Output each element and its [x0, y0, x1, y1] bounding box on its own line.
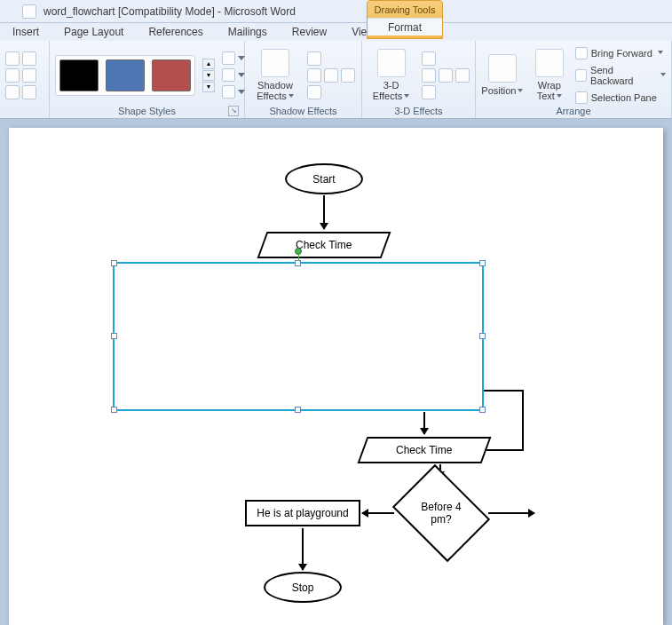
- flow-arrow[interactable]: [362, 512, 394, 514]
- tab-review[interactable]: Review: [280, 26, 339, 41]
- tilt-right-icon[interactable]: [455, 68, 470, 83]
- flow-process-playground[interactable]: He is at playground: [245, 500, 360, 526]
- resize-handle-bl[interactable]: [111, 407, 117, 413]
- flow-connector[interactable]: [522, 390, 524, 450]
- flow-arrow[interactable]: [323, 195, 325, 229]
- resize-handle-tm[interactable]: [295, 260, 301, 266]
- nudge-shadow-up-icon[interactable]: [307, 51, 321, 66]
- gallery-more-icon[interactable]: ▾: [202, 82, 215, 92]
- nudge-shadow-left-icon[interactable]: [307, 68, 321, 83]
- chevron-down-icon: [518, 89, 523, 94]
- group-insert-shapes: [0, 41, 50, 118]
- selected-text-box[interactable]: [113, 262, 484, 411]
- resize-handle-tl[interactable]: [111, 260, 117, 266]
- style-black-swatch[interactable]: [59, 59, 99, 91]
- flow-stop-label: Stop: [292, 581, 314, 594]
- flow-terminator-stop[interactable]: Stop: [264, 572, 342, 603]
- selection-pane-button[interactable]: Selection Pane: [575, 91, 666, 104]
- selection-pane-label: Selection Pane: [591, 92, 657, 103]
- position-label: Position: [481, 85, 516, 96]
- document-area: Start Check Time Check Time: [0, 119, 672, 625]
- group-label-arrange: Arrange: [481, 106, 666, 118]
- bring-forward-label: Bring Forward: [591, 48, 652, 59]
- text-box-icon[interactable]: [22, 68, 36, 83]
- flow-arrow[interactable]: [488, 512, 534, 514]
- tilt-left-icon[interactable]: [422, 68, 436, 83]
- tilt-up-icon[interactable]: [422, 51, 436, 66]
- resize-handle-tr[interactable]: [479, 260, 486, 266]
- send-backward-icon: [575, 69, 587, 82]
- style-blue-swatch[interactable]: [106, 59, 145, 91]
- shadow-effects-button[interactable]: ShadowEffects: [250, 47, 300, 104]
- gallery-down-icon[interactable]: ▾: [202, 70, 215, 81]
- three-d-toggle-icon[interactable]: [439, 68, 453, 83]
- gallery-scroll[interactable]: ▴ ▾ ▾: [202, 59, 215, 92]
- flow-io-check-time-2[interactable]: Check Time: [358, 437, 492, 463]
- group-shadow-effects: ShadowEffects Shadow Effects: [245, 41, 362, 118]
- group-label-shape-styles: Shape Styles: [118, 106, 176, 116]
- tilt-down-icon[interactable]: [422, 85, 436, 99]
- shape-row3-icon[interactable]: [5, 85, 20, 99]
- gallery-up-icon[interactable]: ▴: [202, 59, 215, 69]
- contextual-title: Drawing Tools: [368, 4, 442, 15]
- flow-arrow[interactable]: [423, 412, 425, 434]
- resize-handle-mr[interactable]: [479, 333, 486, 339]
- shadow-icon: [261, 49, 289, 77]
- nudge-shadow-down-icon[interactable]: [307, 85, 321, 99]
- flow-io-check-time-1[interactable]: Check Time: [257, 232, 391, 258]
- chevron-down-icon: [238, 73, 245, 78]
- dialog-launcher-icon[interactable]: ↘: [228, 106, 239, 116]
- ribbon: ▴ ▾ ▾ Shape Styles ↘: [0, 41, 672, 119]
- send-backward-label: Send Backward: [590, 65, 655, 86]
- flow-start-label: Start: [312, 173, 335, 186]
- wrap-text-button[interactable]: WrapText: [531, 47, 568, 104]
- rotation-handle-icon[interactable]: [295, 248, 302, 255]
- shape-fill-button[interactable]: [222, 51, 245, 65]
- group-label-3d: 3-D Effects: [368, 106, 470, 118]
- tab-page-layout[interactable]: Page Layout: [51, 26, 136, 41]
- change-shape-button[interactable]: [222, 85, 245, 99]
- nudge-shadow-right-icon[interactable]: [341, 68, 355, 83]
- position-button[interactable]: Position: [481, 47, 524, 104]
- edit-shape-icon[interactable]: [22, 51, 36, 66]
- style-red-swatch[interactable]: [152, 59, 191, 91]
- shape-gallery-icon[interactable]: [5, 51, 20, 66]
- tab-format[interactable]: Format: [368, 18, 442, 36]
- flow-io1-label: Check Time: [296, 239, 352, 251]
- flow-decision-label: Before 4 pm?: [410, 501, 472, 526]
- tab-mailings[interactable]: Mailings: [216, 26, 280, 41]
- group-label-shadow: Shadow Effects: [250, 106, 356, 118]
- group-3d-effects: 3-DEffects 3-D Effects: [362, 41, 476, 118]
- bring-forward-button[interactable]: Bring Forward: [575, 47, 666, 59]
- shape-outline-button[interactable]: [222, 68, 245, 82]
- flow-arrow[interactable]: [302, 528, 304, 570]
- flow-decision-label-wrap: Before 4 pm?: [402, 483, 480, 543]
- shape-row3b-icon[interactable]: [22, 85, 36, 99]
- group-arrange: Position WrapText Bring Forward Send Bac…: [476, 41, 672, 118]
- change-shape-icon: [222, 85, 235, 99]
- send-backward-button[interactable]: Send Backward: [575, 65, 666, 86]
- resize-handle-br[interactable]: [479, 407, 486, 413]
- tab-insert[interactable]: Insert: [0, 26, 51, 41]
- chevron-down-icon: [404, 94, 409, 99]
- tab-references[interactable]: References: [136, 26, 215, 41]
- chevron-down-icon: [658, 51, 663, 56]
- shape-style-gallery[interactable]: [55, 55, 195, 96]
- chevron-down-icon: [289, 94, 294, 99]
- shape-more-icon[interactable]: [5, 68, 20, 83]
- group-shape-styles: ▴ ▾ ▾ Shape Styles ↘: [50, 41, 245, 118]
- position-icon: [488, 54, 517, 83]
- shadow-toggle-icon[interactable]: [324, 68, 338, 83]
- qat-save-icon[interactable]: [22, 4, 36, 19]
- title-bar: word_flowchart [Compatibility Mode] - Mi…: [0, 0, 672, 23]
- resize-handle-ml[interactable]: [111, 333, 117, 339]
- three-d-effects-button[interactable]: 3-DEffects: [368, 47, 415, 104]
- shape-outline-icon: [222, 68, 235, 82]
- contextual-tab-drawing-tools[interactable]: Drawing Tools Format: [367, 0, 443, 39]
- flow-connector[interactable]: [484, 390, 524, 392]
- chevron-down-icon: [660, 73, 666, 78]
- resize-handle-bm[interactable]: [295, 407, 301, 413]
- three-d-label: 3-DEffects: [373, 80, 402, 101]
- page-canvas[interactable]: Start Check Time Check Time: [9, 128, 663, 625]
- flow-terminator-start[interactable]: Start: [285, 163, 363, 194]
